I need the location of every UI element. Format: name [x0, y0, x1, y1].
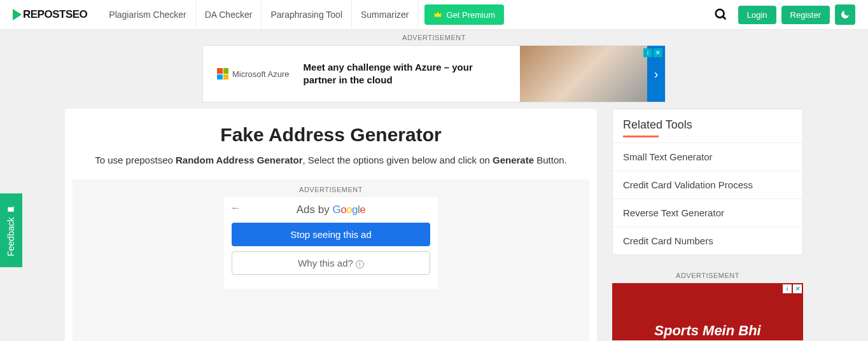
- site-logo[interactable]: REPOSTSEO: [13, 8, 87, 21]
- sidebar: Related Tools Small Text Generator Credi…: [612, 109, 803, 341]
- stop-seeing-ad-button[interactable]: Stop seeing this ad: [232, 223, 430, 246]
- google-ad-card: ← Ads by Google Stop seeing this ad Why …: [224, 197, 438, 289]
- nav-plagiarism[interactable]: Plagiarism Checker: [100, 0, 195, 30]
- side-ad-text: Sports Mein Bhi: [654, 323, 760, 339]
- dark-mode-toggle[interactable]: [835, 4, 855, 25]
- ad-image: [520, 46, 647, 102]
- related-tools-title: Related Tools: [613, 109, 802, 143]
- main-header: REPOSTSEO Plagiarism Checker DA Checker …: [0, 0, 868, 30]
- main-panel: Fake Address Generator To use prepostseo…: [65, 109, 597, 341]
- content-wrap: Fake Address Generator To use prepostseo…: [52, 109, 816, 341]
- feedback-tab[interactable]: Feedback: [0, 193, 22, 267]
- page-subtitle: To use prepostseo Random Address Generat…: [65, 155, 597, 165]
- nav-summarizer[interactable]: Summarizer: [352, 0, 418, 30]
- azure-brand-text: Microsoft Azure: [232, 69, 290, 79]
- info-icon: i: [356, 260, 364, 268]
- page-title: Fake Address Generator: [65, 124, 597, 146]
- ad-label-top: ADVERTISEMENT: [0, 30, 868, 45]
- top-banner-ad[interactable]: Microsoft Azure Meet any challenge with …: [202, 45, 666, 102]
- svg-point-0: [716, 10, 724, 18]
- tool-cc-validation[interactable]: Credit Card Validation Process: [613, 170, 802, 198]
- ad-close-icon[interactable]: ✕: [654, 48, 662, 57]
- ad-controls: i ✕: [643, 48, 662, 57]
- search-icon[interactable]: [714, 8, 728, 22]
- azure-logo: Microsoft Azure: [217, 68, 290, 80]
- register-button[interactable]: Register: [781, 6, 830, 24]
- ad-headline: Meet any challenge with Azure – your par…: [304, 61, 482, 87]
- side-ad-info-icon[interactable]: i: [783, 284, 792, 293]
- side-ad-close-icon[interactable]: ✕: [793, 284, 802, 293]
- sidebar-ad[interactable]: i ✕ Sports Mein Bhi: [612, 283, 803, 340]
- tool-reverse-text[interactable]: Reverse Text Generator: [613, 198, 802, 226]
- nav-paraphrasing[interactable]: Paraphrasing Tool: [262, 0, 352, 30]
- svg-line-1: [723, 17, 726, 20]
- nav-da-checker[interactable]: DA Checker: [196, 0, 262, 30]
- chat-icon: [7, 204, 16, 213]
- ad-label-side: ADVERTISEMENT: [612, 268, 803, 283]
- ad-back-arrow-icon[interactable]: ←: [230, 202, 241, 214]
- header-right: Login Register: [714, 4, 855, 25]
- inner-ad-area: ADVERTISEMENT ← Ads by Google Stop seein…: [73, 179, 589, 341]
- tool-small-text[interactable]: Small Text Generator: [613, 143, 802, 170]
- side-ad-controls: i ✕: [783, 284, 802, 293]
- moon-icon: [840, 10, 850, 20]
- ad-info-icon[interactable]: i: [643, 48, 652, 57]
- logo-icon: [13, 9, 22, 20]
- ad-label-inner: ADVERTISEMENT: [73, 182, 589, 197]
- ads-by-google-label: Ads by Google: [232, 204, 430, 216]
- get-premium-button[interactable]: Get Premium: [424, 4, 504, 25]
- login-button[interactable]: Login: [738, 6, 776, 24]
- logo-text: REPOSTSEO: [23, 8, 87, 21]
- microsoft-icon: [217, 68, 228, 80]
- why-this-ad-button[interactable]: Why this ad?i: [232, 251, 430, 275]
- crown-icon: [433, 10, 442, 19]
- feedback-label: Feedback: [6, 217, 17, 256]
- premium-label: Get Premium: [446, 10, 495, 20]
- related-tools-card: Related Tools Small Text Generator Credi…: [612, 109, 803, 255]
- tool-cc-numbers[interactable]: Credit Card Numbers: [613, 226, 802, 254]
